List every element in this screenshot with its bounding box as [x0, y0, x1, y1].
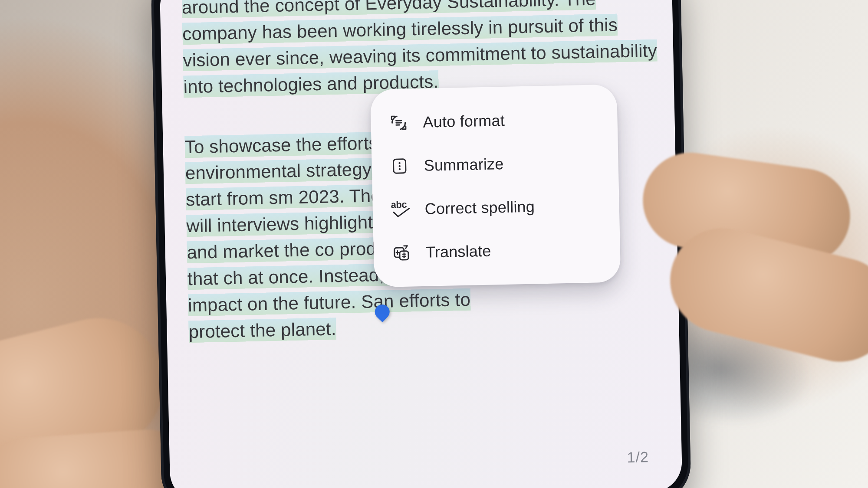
- menu-item-label: Summarize: [424, 155, 504, 175]
- menu-item-label: Auto format: [423, 111, 505, 131]
- menu-item-label: Translate: [425, 242, 491, 262]
- spellcheck-icon: abc: [391, 200, 410, 219]
- svg-point-6: [399, 168, 401, 170]
- menu-item-auto-format[interactable]: Auto format: [385, 97, 603, 144]
- menu-item-summarize[interactable]: Summarize: [386, 140, 604, 188]
- menu-item-correct-spelling[interactable]: abc Correct spelling: [387, 183, 605, 231]
- selected-text[interactable]: around the concept of Everyday Sustainab…: [181, 0, 657, 98]
- auto-format-icon: [389, 113, 408, 133]
- svg-point-4: [398, 162, 400, 164]
- svg-point-5: [398, 165, 400, 167]
- menu-item-label: Correct spelling: [424, 198, 535, 218]
- text-action-menu: Auto format Summarize: [370, 84, 621, 287]
- menu-item-translate[interactable]: Translate: [388, 227, 606, 275]
- translate-icon: [391, 243, 411, 262]
- summarize-icon: [390, 157, 409, 176]
- scene-backdrop: around the concept of Everyday Sustainab…: [0, 0, 868, 488]
- page-counter: 1/2: [627, 449, 649, 466]
- document-viewport[interactable]: around the concept of Everyday Sustainab…: [181, 0, 669, 488]
- phone-frame: around the concept of Everyday Sustainab…: [151, 0, 691, 488]
- phone-screen[interactable]: around the concept of Everyday Sustainab…: [159, 0, 682, 488]
